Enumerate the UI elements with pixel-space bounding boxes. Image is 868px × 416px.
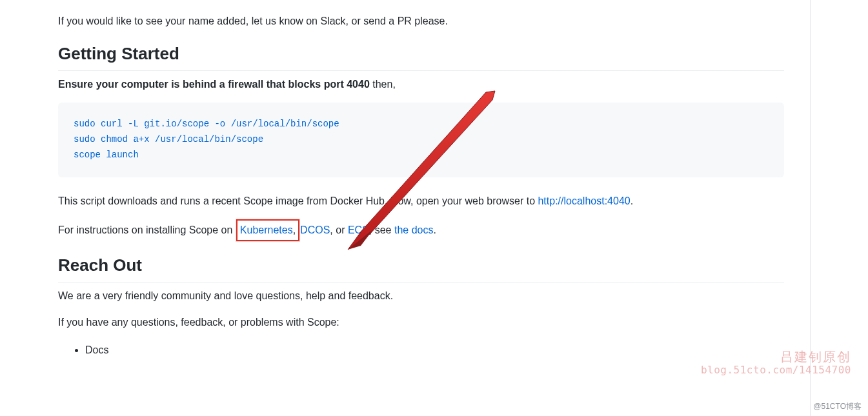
kubernetes-link[interactable]: Kubernetes (240, 224, 293, 235)
docs-link[interactable]: the docs (394, 224, 433, 235)
code-line-3: scope launch (74, 150, 139, 160)
intro-paragraph: If you would like to see your name added… (58, 13, 784, 30)
getting-started-heading: Getting Started (58, 44, 784, 71)
ecs-link[interactable]: ECS (348, 224, 369, 235)
after-code-paragraph: This script downloads and runs a recent … (58, 193, 784, 210)
reach-out-line1: We are a very friendly community and lov… (58, 288, 784, 304)
reach-out-line2: If you have any questions, feedback, or … (58, 314, 784, 331)
page-shell: If you would like to see your name added… (0, 0, 868, 416)
install-code-block[interactable]: sudo curl -L git.io/scope -o /usr/local/… (58, 103, 784, 177)
reach-out-heading: Reach Out (58, 255, 784, 282)
code-line-1: sudo curl -L git.io/scope -o /usr/local/… (74, 119, 339, 129)
localhost-link[interactable]: http://localhost:4040 (538, 195, 630, 206)
firewall-bold-text: Ensure your computer is behind a firewal… (58, 79, 370, 90)
reach-out-bullets: Docs (58, 341, 784, 359)
readme-card: If you would like to see your name added… (32, 0, 811, 416)
comma-2: , or (330, 224, 348, 235)
list-item: Docs (85, 341, 784, 359)
instr-period: . (433, 224, 436, 235)
install-instructions-paragraph: For instructions on installing Scope on … (58, 219, 784, 241)
firewall-paragraph: Ensure your computer is behind a firewal… (58, 76, 784, 93)
dcos-link[interactable]: DCOS (300, 224, 330, 235)
after-code-pre: This script downloads and runs a recent … (58, 195, 538, 206)
after-code-post: . (631, 195, 633, 206)
code-line-2: sudo chmod a+x /usr/local/bin/scope (74, 134, 263, 144)
comma-1: , (293, 224, 296, 235)
kubernetes-highlight-box: Kubernetes, (236, 219, 299, 241)
instr-pre: For instructions on installing Scope on (58, 224, 236, 235)
firewall-then-text: then, (370, 79, 396, 90)
see-pre: , see (369, 224, 394, 235)
watermark-corner: @51CTO博客 (813, 401, 862, 412)
